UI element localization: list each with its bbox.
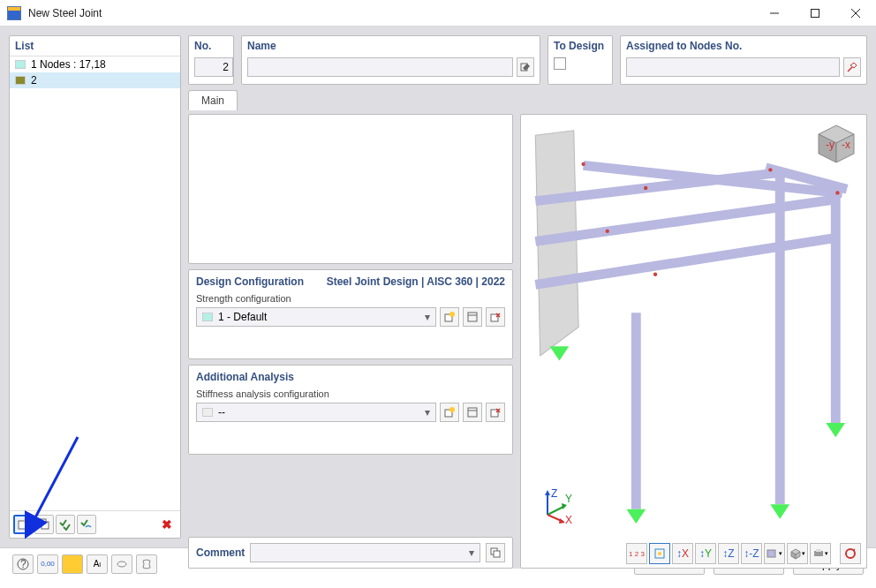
no-field-group: No. <box>188 35 234 85</box>
svg-line-24 <box>540 239 830 284</box>
name-label: Name <box>247 40 534 52</box>
new-item-button[interactable] <box>13 515 33 534</box>
svg-marker-39 <box>826 423 845 437</box>
assigned-nodes-field-group: Assigned to Nodes No. <box>620 35 867 85</box>
stiffness-config-value: -- <box>218 406 225 418</box>
strength-config-select[interactable]: 1 - Default <box>196 307 436 327</box>
svg-text:X: X <box>565 514 572 524</box>
list-item-label: 2 <box>31 74 37 87</box>
text-settings-button[interactable]: AI <box>87 554 108 574</box>
vp-print-menu-button[interactable]: ▾ <box>810 543 831 564</box>
to-design-checkbox[interactable] <box>554 57 566 70</box>
list-item-label: 1 Nodes : 17,18 <box>31 58 106 71</box>
list-item[interactable]: 2 <box>10 72 180 88</box>
viewport-toolbar: 1 2 3 ↕X ↕Y ↕Z ↕-Z ▾ ▾ ▾ <box>626 543 861 564</box>
vp-fit-button[interactable] <box>649 543 670 564</box>
svg-point-33 <box>653 273 657 276</box>
svg-marker-41 <box>545 490 550 495</box>
assigned-input[interactable] <box>626 57 840 77</box>
units-button[interactable]: 0,00 <box>37 554 58 574</box>
svg-point-15 <box>449 407 455 412</box>
tab-main[interactable]: Main <box>188 90 238 110</box>
check-all-button[interactable] <box>56 515 75 534</box>
svg-point-55 <box>658 552 661 555</box>
list-body[interactable]: 1 Nodes : 17,18 2 <box>10 57 180 510</box>
svg-rect-11 <box>468 313 477 321</box>
maximize-button[interactable] <box>795 0 835 26</box>
titlebar: New Steel Joint <box>0 0 876 26</box>
3d-viewport[interactable]: Z Y X -y -x <box>520 114 867 569</box>
comment-select[interactable] <box>250 543 480 562</box>
window-title: New Steel Joint <box>28 7 754 19</box>
strength-config-label: Strength configuration <box>196 293 505 304</box>
vp-display-menu-button[interactable]: ▾ <box>764 543 785 564</box>
vp-view-z-button[interactable]: ↕Z <box>718 543 739 564</box>
swatch-icon <box>202 313 213 321</box>
stiffness-config-select[interactable]: -- <box>196 403 436 422</box>
to-design-field-group: To Design <box>548 35 613 85</box>
stiffness-delete-button[interactable] <box>486 403 505 422</box>
svg-point-5 <box>24 518 29 524</box>
name-field-group: Name <box>241 35 540 85</box>
vp-view-neg-z-button[interactable]: ↕-Z <box>741 543 762 564</box>
sync-check-button[interactable] <box>77 515 96 534</box>
svg-text:?: ? <box>20 558 26 570</box>
svg-text:-y: -y <box>826 139 834 151</box>
vp-view-y-button[interactable]: ↕Y <box>695 543 716 564</box>
svg-point-10 <box>449 312 455 317</box>
list-toolbar: ✖ <box>10 510 180 538</box>
svg-marker-36 <box>550 346 570 360</box>
svg-rect-56 <box>767 550 775 557</box>
to-design-label: To Design <box>554 40 607 52</box>
delete-item-button[interactable]: ✖ <box>157 515 177 534</box>
design-config-standard: Steel Joint Design | AISC 360 | 2022 <box>327 275 505 288</box>
vp-view-x-button[interactable]: ↕X <box>672 543 693 564</box>
swatch-icon <box>15 60 26 69</box>
vp-iso-menu-button[interactable]: ▾ <box>787 543 808 564</box>
svg-rect-1 <box>812 9 819 17</box>
view-cube-icon[interactable]: -y -x <box>813 122 859 168</box>
svg-rect-7 <box>42 522 49 529</box>
stiffness-config-label: Stiffness analysis configuration <box>196 388 505 399</box>
design-config-header: Design Configuration <box>196 275 304 288</box>
svg-point-30 <box>581 162 585 166</box>
help-button[interactable]: ? <box>12 554 34 574</box>
config-delete-button[interactable] <box>486 307 505 327</box>
comment-library-button[interactable] <box>486 543 505 562</box>
design-config-panel: Design Configuration Steel Joint Design … <box>188 269 513 359</box>
assigned-label: Assigned to Nodes No. <box>626 40 861 52</box>
svg-marker-38 <box>770 504 789 518</box>
link-button[interactable] <box>111 554 132 574</box>
additional-analysis-header: Additional Analysis <box>196 371 294 383</box>
swatch-icon <box>15 76 26 85</box>
svg-point-32 <box>606 230 609 233</box>
color-button[interactable] <box>62 554 83 574</box>
script-button[interactable] <box>136 554 157 574</box>
copy-item-button[interactable] <box>34 515 54 534</box>
svg-rect-20 <box>494 551 500 557</box>
stiffness-new-button[interactable] <box>440 403 459 422</box>
list-item[interactable]: 1 Nodes : 17,18 <box>10 57 180 72</box>
edit-name-button[interactable] <box>517 57 534 77</box>
config-library-button[interactable] <box>463 307 482 327</box>
swatch-icon <box>202 408 213 417</box>
list-header: List <box>10 36 180 57</box>
pick-nodes-button[interactable] <box>843 57 861 77</box>
svg-text:Y: Y <box>565 493 572 505</box>
minimize-button[interactable] <box>754 0 795 26</box>
additional-analysis-panel: Additional Analysis Stiffness analysis c… <box>188 365 513 455</box>
app-icon <box>7 6 21 20</box>
close-button[interactable] <box>835 0 876 26</box>
name-input[interactable] <box>247 57 513 77</box>
vp-numbers-button[interactable]: 1 2 3 <box>626 543 647 564</box>
svg-text:-x: -x <box>842 139 850 151</box>
vp-reset-button[interactable] <box>840 543 861 564</box>
svg-point-65 <box>117 562 126 567</box>
strength-config-value: 1 - Default <box>218 311 267 323</box>
stiffness-library-button[interactable] <box>463 403 482 422</box>
comment-panel: Comment <box>188 537 513 569</box>
svg-marker-47 <box>559 518 565 524</box>
list-panel: List 1 Nodes : 17,18 2 <box>9 35 181 539</box>
config-new-button[interactable] <box>440 307 459 327</box>
no-input[interactable] <box>194 57 233 77</box>
